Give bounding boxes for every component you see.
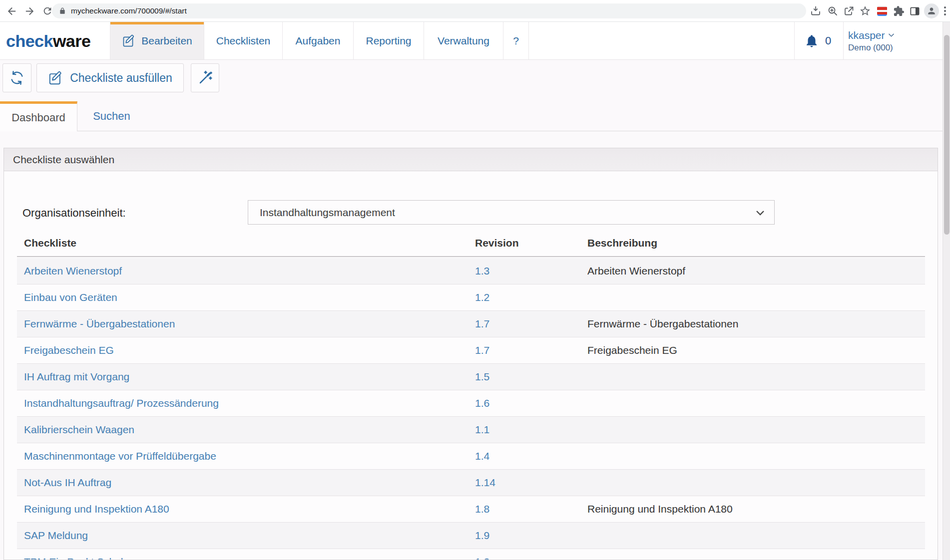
address-bar[interactable]: mycheckware.com/700009/#/start bbox=[52, 3, 806, 18]
download-icon bbox=[810, 5, 822, 17]
panel-header: Checkliste auswählen bbox=[4, 148, 938, 171]
user-menu[interactable]: kkasper Demo (000) bbox=[848, 29, 896, 52]
extensions-puzzle-icon bbox=[893, 5, 905, 17]
cell-revision: 1.2 bbox=[475, 549, 587, 560]
column-header-checkliste: Checkliste bbox=[17, 229, 475, 257]
table-row: Not-Aus IH Auftrag 1.14 bbox=[17, 470, 925, 496]
table-row: Kalibrierschein Waagen 1.1 bbox=[17, 417, 925, 443]
cell-name[interactable]: Maschinenmontage vor Prüffeldübergabe bbox=[17, 443, 475, 469]
table-row: IH Auftrag mit Vorgang 1.5 bbox=[17, 364, 925, 390]
tab-suchen[interactable]: Suchen bbox=[78, 101, 145, 131]
column-header-beschreibung: Beschreibung bbox=[587, 229, 925, 257]
cell-name[interactable]: Arbeiten Wienerstopf bbox=[17, 258, 475, 284]
cell-name[interactable]: TPM Ein Punkt Schulung bbox=[17, 549, 475, 560]
lock-icon bbox=[59, 7, 66, 14]
header-divider bbox=[794, 22, 795, 59]
cell-name[interactable]: Reinigung und Inspektion A180 bbox=[17, 496, 475, 522]
cell-revision: 1.9 bbox=[475, 523, 587, 549]
cell-revision: 1.14 bbox=[475, 470, 587, 496]
zoom-in-button[interactable] bbox=[826, 4, 839, 17]
reload-icon bbox=[42, 5, 53, 16]
nav-label: Bearbeiten bbox=[141, 35, 192, 47]
scrollbar-thumb[interactable] bbox=[944, 35, 950, 235]
app-logo[interactable]: checkware bbox=[6, 31, 90, 50]
toolbar: Checkliste ausfüllen bbox=[0, 60, 950, 101]
nav-item-checklisten[interactable]: Checklisten bbox=[204, 22, 283, 59]
back-button[interactable] bbox=[4, 3, 19, 18]
magic-wand-button[interactable] bbox=[191, 63, 219, 92]
nav-label: Verwaltung bbox=[438, 35, 489, 47]
user-tenant: Demo (000) bbox=[848, 42, 896, 52]
profile-button[interactable] bbox=[924, 3, 939, 18]
cell-name[interactable]: Einbau von Geräten bbox=[17, 284, 475, 310]
nav-label: Reporting bbox=[366, 35, 411, 47]
tab-dashboard[interactable]: Dashboard bbox=[0, 101, 77, 131]
nav-item-help[interactable]: ? bbox=[503, 22, 529, 59]
cell-description bbox=[587, 523, 925, 549]
cell-name[interactable]: Freigabeschein EG bbox=[17, 337, 475, 363]
nav-item-reporting[interactable]: Reporting bbox=[354, 22, 424, 59]
cell-description bbox=[587, 443, 925, 469]
cell-name[interactable]: Instandhaltungsauftrag/ Prozessänderung bbox=[17, 390, 475, 416]
cell-description bbox=[587, 364, 925, 390]
tab-label: Dashboard bbox=[11, 111, 65, 124]
cell-revision: 1.4 bbox=[475, 443, 587, 469]
chevron-down-icon bbox=[887, 31, 896, 39]
tab-underline bbox=[77, 131, 950, 131]
chevron-down-icon bbox=[754, 207, 766, 219]
cell-description bbox=[587, 417, 925, 443]
table-row: Einbau von Geräten 1.2 bbox=[17, 284, 925, 311]
edit-icon bbox=[122, 34, 136, 48]
share-icon bbox=[843, 5, 855, 17]
cell-description: Reinigung und Inspektion A180 bbox=[587, 496, 925, 522]
cell-revision: 1.2 bbox=[475, 284, 587, 310]
cell-name[interactable]: SAP Meldung bbox=[17, 523, 475, 549]
table-header: Checkliste Revision Beschreibung bbox=[17, 229, 925, 257]
extensions-button[interactable] bbox=[892, 4, 905, 17]
table-row: Freigabeschein EG 1.7 Freigabeschein EG bbox=[17, 337, 925, 364]
table-row: Arbeiten Wienerstopf 1.3 Arbeiten Wiener… bbox=[17, 258, 925, 284]
column-header-revision: Revision bbox=[475, 229, 587, 257]
logo-ware: ware bbox=[53, 31, 91, 50]
cell-name[interactable]: Kalibrierschein Waagen bbox=[17, 417, 475, 443]
bell-icon bbox=[804, 33, 819, 48]
cell-revision: 1.8 bbox=[475, 496, 587, 522]
bookmark-star-button[interactable] bbox=[859, 4, 872, 17]
cell-revision: 1.3 bbox=[475, 258, 587, 284]
cell-name[interactable]: Fernwärme - Übergabestationen bbox=[17, 311, 475, 337]
download-button[interactable] bbox=[809, 4, 822, 17]
menu-dots-icon bbox=[944, 6, 946, 8]
table-row: Reinigung und Inspektion A180 1.8 Reinig… bbox=[17, 496, 925, 523]
cell-revision: 1.1 bbox=[475, 417, 587, 443]
cell-description bbox=[587, 390, 925, 416]
cell-description bbox=[587, 284, 925, 310]
main-nav: Bearbeiten Checklisten Aufgaben Reportin… bbox=[110, 22, 529, 59]
notification-count: 0 bbox=[825, 34, 831, 47]
refresh-button[interactable] bbox=[2, 63, 31, 92]
extension-red-icon[interactable] bbox=[877, 6, 887, 16]
page-scrollbar[interactable] bbox=[943, 22, 950, 560]
tab-label: Suchen bbox=[93, 110, 130, 123]
tab-bar: Dashboard Suchen bbox=[0, 101, 950, 131]
cell-name[interactable]: IH Auftrag mit Vorgang bbox=[17, 364, 475, 390]
share-button[interactable] bbox=[843, 4, 856, 17]
cell-description bbox=[587, 549, 925, 560]
nav-item-verwaltung[interactable]: Verwaltung bbox=[424, 22, 503, 59]
table-row: Instandhaltungsauftrag/ Prozessänderung … bbox=[17, 390, 925, 417]
side-panel-button[interactable] bbox=[908, 4, 921, 17]
edit-icon bbox=[48, 70, 63, 86]
org-unit-value: Instandhaltungsmanagement bbox=[248, 201, 774, 224]
browser-menu-button[interactable] bbox=[944, 5, 947, 17]
cell-name[interactable]: Not-Aus IH Auftrag bbox=[17, 470, 475, 496]
notifications-button[interactable] bbox=[804, 33, 819, 48]
nav-item-bearbeiten[interactable]: Bearbeiten bbox=[110, 22, 204, 59]
nav-item-aufgaben[interactable]: Aufgaben bbox=[283, 22, 354, 59]
browser-chrome: mycheckware.com/700009/#/start bbox=[0, 0, 950, 22]
forward-button[interactable] bbox=[22, 3, 37, 18]
panel-title: Checkliste auswählen bbox=[13, 154, 114, 165]
nav-label: ? bbox=[513, 35, 519, 47]
table-body: Arbeiten Wienerstopf 1.3 Arbeiten Wiener… bbox=[17, 258, 925, 560]
fill-checklist-button[interactable]: Checkliste ausfüllen bbox=[36, 63, 184, 92]
org-unit-select[interactable]: Instandhaltungsmanagement bbox=[248, 200, 775, 225]
cell-description: Arbeiten Wienerstopf bbox=[587, 258, 925, 284]
